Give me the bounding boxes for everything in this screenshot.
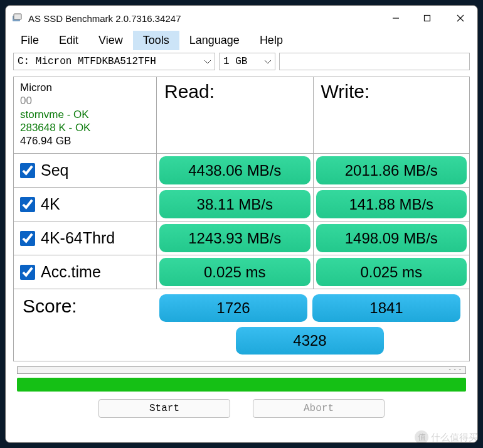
row-seq-label-cell: Seq — [14, 154, 157, 187]
drive-select[interactable]: C: Micron MTFDKBA512TFH — [13, 53, 215, 70]
menu-edit[interactable]: Edit — [49, 31, 88, 50]
row-4k-label-cell: 4K — [14, 188, 157, 221]
score-block: Score: 1726 1841 4328 — [14, 289, 469, 361]
menu-help[interactable]: Help — [250, 31, 293, 50]
abort-button[interactable]: Abort — [253, 399, 385, 418]
drive-align: 283648 K - OK — [20, 121, 150, 134]
row-seq-checkbox[interactable] — [20, 163, 35, 178]
menu-language[interactable]: Language — [179, 31, 250, 50]
progress-bar-full — [17, 378, 466, 392]
benchmark-header: Micron 00 stornvme - OK 283648 K - OK 47… — [14, 77, 469, 154]
menu-tools[interactable]: Tools — [133, 31, 179, 50]
row-acc-checkbox[interactable] — [20, 265, 35, 280]
size-select-value: 1 GB — [223, 56, 247, 67]
size-select[interactable]: 1 GB — [219, 53, 275, 70]
row-4k-checkbox[interactable] — [20, 197, 35, 212]
filter-input[interactable] — [279, 53, 470, 70]
selector-row: C: Micron MTFDKBA512TFH 1 GB — [6, 50, 477, 74]
svg-rect-1 — [14, 14, 21, 19]
titlebar: AS SSD Benchmark 2.0.7316.34247 — [6, 6, 477, 31]
row-4k64-label-cell: 4K-64Thrd — [14, 221, 157, 255]
minimize-button[interactable] — [380, 6, 411, 31]
acc-read-value: 0.025 ms — [159, 258, 310, 286]
menubar: File Edit View Tools Language Help — [6, 31, 477, 50]
drive-capacity: 476.94 GB — [20, 134, 150, 147]
maximize-button[interactable] — [411, 6, 443, 31]
row-4k: 4K 38.11 MB/s 141.88 MB/s — [14, 188, 469, 221]
drive-driver: stornvme - OK — [20, 108, 150, 121]
fourk64-write-value: 1498.09 MB/s — [316, 224, 467, 252]
button-row: Start Abort — [6, 393, 477, 427]
row-4k-label: 4K — [41, 195, 60, 213]
benchmark-panel: Micron 00 stornvme - OK 283648 K - OK 47… — [13, 77, 470, 361]
row-seq: Seq 4438.06 MB/s 2011.86 MB/s — [14, 154, 469, 188]
write-header: Write: — [314, 77, 470, 153]
menu-view[interactable]: View — [88, 31, 133, 50]
row-seq-label: Seq — [41, 161, 68, 179]
seq-write-value: 2011.86 MB/s — [316, 156, 467, 184]
app-window: AS SSD Benchmark 2.0.7316.34247 File Edi… — [5, 5, 478, 443]
fourk-read-value: 38.11 MB/s — [159, 190, 310, 218]
score-label: Score: — [18, 293, 157, 319]
chevron-down-icon — [265, 56, 271, 67]
progress-area: - - - — [6, 364, 477, 393]
row-acc-label-cell: Acc.time — [14, 255, 157, 289]
app-icon — [12, 13, 23, 24]
start-button[interactable]: Start — [98, 399, 230, 418]
score-total: 4328 — [236, 327, 384, 355]
menu-file[interactable]: File — [11, 31, 49, 50]
drive-select-value: C: Micron MTFDKBA512TFH — [18, 56, 156, 67]
drive-info: Micron 00 stornvme - OK 283648 K - OK 47… — [14, 77, 157, 153]
close-button[interactable] — [443, 6, 477, 31]
svg-rect-3 — [425, 16, 430, 21]
drive-serial: 00 — [20, 94, 150, 107]
drive-vendor: Micron — [20, 81, 150, 94]
row-4k64-checkbox[interactable] — [20, 231, 35, 246]
acc-write-value: 0.025 ms — [316, 258, 467, 286]
fourk-write-value: 141.88 MB/s — [316, 190, 467, 218]
row-acc-label: Acc.time — [41, 263, 101, 281]
chevron-down-icon — [204, 56, 211, 67]
row-acc: Acc.time 0.025 ms 0.025 ms — [14, 255, 469, 289]
read-header: Read: — [157, 77, 314, 153]
seq-read-value: 4438.06 MB/s — [159, 156, 310, 184]
row-4k64: 4K-64Thrd 1243.93 MB/s 1498.09 MB/s — [14, 221, 469, 255]
row-4k64-label: 4K-64Thrd — [41, 229, 115, 247]
progress-track: - - - — [17, 366, 466, 374]
score-write: 1841 — [312, 294, 460, 322]
score-read: 1726 — [159, 294, 307, 322]
fourk64-read-value: 1243.93 MB/s — [159, 224, 310, 252]
window-title: AS SSD Benchmark 2.0.7316.34247 — [28, 13, 380, 24]
progress-dashes: - - - — [449, 366, 462, 373]
